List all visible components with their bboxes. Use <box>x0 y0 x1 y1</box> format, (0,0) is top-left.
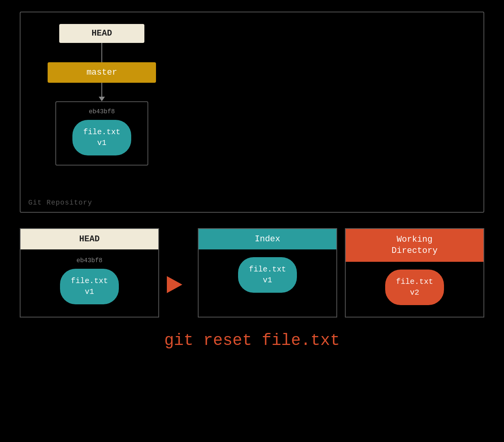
commit-box-top: eb43bf8 file.txtv1 <box>55 101 148 166</box>
col-workdir-body: file.txtv2 <box>346 262 483 317</box>
col-head: HEAD eb43bf8 file.txtv1 <box>20 228 159 317</box>
head-box-top: HEAD <box>59 24 144 43</box>
commit-hash-top: eb43bf8 <box>89 108 115 115</box>
col-head-header-label: HEAD <box>79 234 100 244</box>
arrow-head <box>99 97 105 101</box>
col-head-pill: file.txtv1 <box>60 269 119 304</box>
col-workdir-header: WorkingDirectory <box>346 229 483 262</box>
git-repo-diagram: HEAD master eb43bf8 file.txtv1 Git Repos… <box>20 12 484 213</box>
col-head-hash: eb43bf8 <box>76 257 102 264</box>
head-label-top: HEAD <box>92 29 112 38</box>
col-index-header: Index <box>199 229 336 249</box>
bottom-diagram: HEAD eb43bf8 file.txtv1 Index file.txtv1… <box>20 228 484 350</box>
arrow-line <box>101 83 102 97</box>
col-workdir-pill: file.txtv2 <box>385 270 444 305</box>
master-box: master <box>48 62 156 83</box>
arrow-master-to-commit <box>48 83 156 101</box>
col-index: Index file.txtv1 <box>198 228 337 317</box>
git-repo-label: Git Repository <box>28 199 92 206</box>
arrow-head-to-index <box>159 276 190 293</box>
col-workdir-header-label: WorkingDirectory <box>392 235 438 256</box>
v-line-head-master <box>101 43 102 62</box>
col-workdir: WorkingDirectory file.txtv2 <box>345 228 484 317</box>
git-command: git reset file.txt <box>20 331 484 350</box>
col-index-pill: file.txtv1 <box>238 257 297 293</box>
col-head-body: eb43bf8 file.txtv1 <box>21 249 158 316</box>
col-index-header-label: Index <box>255 234 280 244</box>
bottom-row: HEAD eb43bf8 file.txtv1 Index file.txtv1… <box>20 228 484 317</box>
master-label: master <box>86 68 117 77</box>
col-head-header: HEAD <box>21 229 158 249</box>
file-pill-top: file.txtv1 <box>72 120 131 155</box>
col-index-body: file.txtv1 <box>199 249 336 304</box>
arrow-right-shape <box>167 276 182 293</box>
